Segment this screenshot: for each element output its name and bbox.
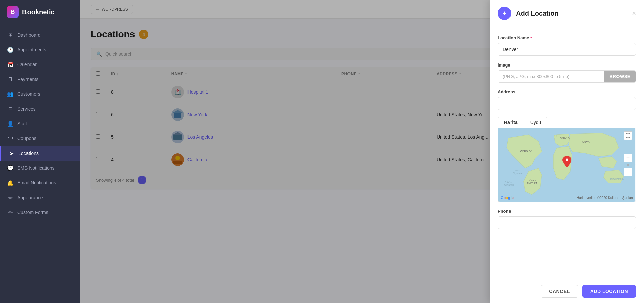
appearance-icon: ✏: [7, 194, 13, 201]
svg-point-23: [566, 159, 568, 161]
phone-input[interactable]: [498, 216, 636, 229]
address-label: Address: [498, 89, 636, 94]
sidebar-label-customers: Customers: [17, 91, 40, 97]
modal-body: Location Name * Image (PNG, JPG, max 800…: [490, 27, 644, 279]
image-label: Image: [498, 62, 636, 68]
image-upload-row: (PNG, JPG, max 800x800 to 5mb) BROWSE: [498, 70, 636, 83]
sidebar: B Booknetic ⊞ Dashboard 🕐 Appointments 📅…: [0, 0, 80, 303]
locations-icon: ➤: [8, 150, 14, 156]
sidebar-item-sms-notifications[interactable]: 💬 SMS Notifications: [0, 161, 80, 175]
map-container: AMERİKA GÜNEY AMERİKA Atlas Okyanusu ASY…: [498, 128, 636, 202]
svg-text:Okyanus: Okyanus: [504, 184, 514, 186]
sidebar-item-services[interactable]: ≡ Services: [0, 101, 80, 116]
sidebar-item-dashboard[interactable]: ⊞ Dashboard: [0, 28, 80, 42]
map-tabs: Harita Uydu: [498, 117, 636, 128]
sidebar-label-sms: SMS Notifications: [17, 165, 54, 171]
sidebar-item-appointments[interactable]: 🕐 Appointments: [0, 42, 80, 57]
modal-footer: CANCEL ADD LOCATION: [490, 279, 644, 303]
sidebar-item-custom-forms[interactable]: ✏ Custom Forms: [0, 205, 80, 220]
sidebar-item-staff[interactable]: 👤 Staff: [0, 116, 80, 131]
staff-icon: 👤: [7, 121, 13, 127]
email-icon: 🔔: [7, 180, 13, 186]
customers-icon: 👥: [7, 91, 13, 97]
svg-text:AVRUPA: AVRUPA: [560, 137, 570, 139]
required-indicator: *: [530, 35, 532, 40]
cancel-button[interactable]: CANCEL: [541, 285, 578, 298]
svg-text:Büyük: Büyük: [505, 181, 512, 184]
modal-header: + Add Location ×: [490, 0, 644, 27]
sidebar-item-coupons[interactable]: 🏷 Coupons: [0, 131, 80, 146]
sidebar-label-payments: Payments: [17, 77, 38, 82]
zoom-in-button[interactable]: +: [624, 154, 632, 162]
map-footer-text: Harita verileri ©2020 Kullanım Şartları: [577, 196, 633, 200]
sidebar-label-custom-forms: Custom Forms: [17, 210, 48, 215]
image-group: Image (PNG, JPG, max 800x800 to 5mb) BRO…: [498, 62, 636, 83]
logo-icon: B: [7, 6, 19, 18]
add-location-button[interactable]: ADD LOCATION: [582, 285, 636, 298]
sidebar-item-email-notifications[interactable]: 🔔 Email Notifications: [0, 175, 80, 190]
sidebar-label-calendar: Calendar: [17, 62, 37, 67]
sidebar-nav: ⊞ Dashboard 🕐 Appointments 📅 Calendar 🗒 …: [0, 24, 80, 223]
sidebar-label-appointments: Appointments: [17, 47, 46, 52]
sidebar-label-coupons: Coupons: [17, 136, 36, 141]
sidebar-label-appearance: Appearance: [17, 195, 43, 200]
phone-label: Phone: [498, 209, 636, 214]
address-input[interactable]: [498, 97, 636, 110]
sidebar-label-staff: Staff: [17, 121, 27, 126]
close-button[interactable]: ×: [632, 10, 636, 17]
map-tab-uydu[interactable]: Uydu: [524, 117, 548, 128]
svg-text:AMERİKA: AMERİKA: [527, 182, 538, 184]
svg-text:AMERİKA: AMERİKA: [520, 149, 532, 152]
zoom-out-button[interactable]: −: [624, 168, 632, 176]
svg-text:ASYA: ASYA: [582, 140, 590, 144]
calendar-icon: 📅: [7, 61, 13, 68]
location-name-input[interactable]: [498, 43, 636, 56]
services-icon: ≡: [7, 106, 13, 112]
browse-button[interactable]: BROWSE: [604, 71, 636, 82]
map-group: Harita Uydu: [498, 117, 636, 202]
location-name-label: Location Name *: [498, 35, 636, 40]
sidebar-label-services: Services: [17, 106, 36, 112]
payments-icon: 🗒: [7, 76, 13, 82]
address-group: Address: [498, 89, 636, 110]
location-name-group: Location Name *: [498, 35, 636, 56]
google-logo: Google: [501, 196, 514, 200]
sidebar-item-appearance[interactable]: ✏ Appearance: [0, 190, 80, 205]
image-placeholder: (PNG, JPG, max 800x800 to 5mb): [498, 71, 604, 82]
phone-group: Phone: [498, 209, 636, 229]
sidebar-item-calendar[interactable]: 📅 Calendar: [0, 57, 80, 72]
sidebar-item-payments[interactable]: 🗒 Payments: [0, 72, 80, 87]
add-location-modal: + Add Location × Location Name * Image (…: [490, 0, 644, 303]
appointments-icon: 🕐: [7, 47, 13, 53]
map-fullscreen-button[interactable]: [624, 131, 632, 140]
sidebar-label-email: Email Notifications: [17, 180, 56, 185]
sidebar-item-locations[interactable]: ➤ Locations: [0, 146, 80, 161]
svg-text:Atlas: Atlas: [515, 169, 520, 172]
modal-title: Add Location: [516, 10, 559, 17]
sidebar-item-customers[interactable]: 👥 Customers: [0, 87, 80, 101]
map-tab-harita[interactable]: Harita: [498, 117, 524, 128]
dashboard-icon: ⊞: [7, 32, 13, 38]
svg-text:Hint Okyanusu: Hint Okyanusu: [608, 178, 624, 180]
sidebar-label-dashboard: Dashboard: [17, 32, 41, 38]
modal-icon: +: [498, 7, 511, 20]
app-logo: B Booknetic: [0, 0, 80, 24]
sms-icon: 💬: [7, 165, 13, 171]
app-name: Booknetic: [22, 8, 55, 16]
zoom-level: 0: [624, 163, 632, 167]
svg-text:Okyanusu: Okyanusu: [513, 172, 523, 175]
map-zoom-controls: + 0 −: [624, 154, 632, 176]
custom-forms-icon: ✏: [7, 209, 13, 215]
coupons-icon: 🏷: [7, 135, 13, 141]
svg-text:GÜNEY: GÜNEY: [528, 179, 536, 182]
sidebar-label-locations: Locations: [18, 150, 39, 156]
